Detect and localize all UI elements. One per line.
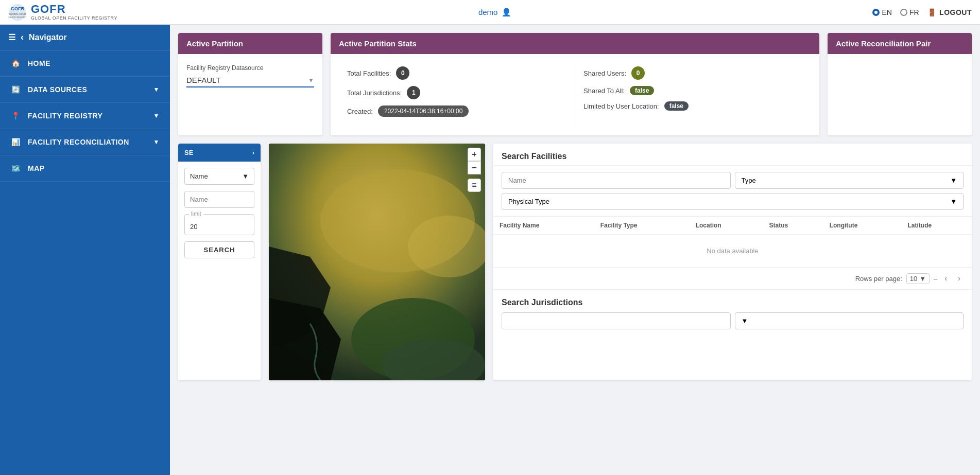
stats-col-left: Total Facilities: 0 Total Jurisdictions:… — [339, 62, 575, 127]
sidebar-data-sources-label: DATA SOURCES — [28, 85, 87, 94]
datasource-select-row: Facility Registry Datasource DEFAULT ▼ — [186, 64, 314, 87]
main-layout: ☰ ‹ Navigator 🏠 HOME 🔄 DATA SOURCES ▼ 📍 … — [0, 25, 980, 475]
search-name-input[interactable] — [184, 191, 254, 208]
map-icon: 🗺️ — [10, 163, 22, 174]
total-facilities-label: Total Facilities: — [347, 69, 391, 77]
facility-reconciliation-chevron: ▼ — [153, 138, 160, 146]
facility-type-placeholder: Type — [742, 177, 756, 184]
shared-to-all-row: Shared To All: false — [583, 86, 803, 95]
jurisdictions-title: Search Jurisdictions — [502, 298, 964, 307]
map-container: + − ≡ — [269, 144, 485, 380]
physical-type-placeholder: Physical Type — [508, 198, 549, 205]
active-reconciliation-body — [828, 54, 972, 71]
col-location: Location — [690, 217, 763, 235]
rows-per-page-select[interactable]: 10 ▼ — [906, 273, 930, 284]
jurisdiction-type-arrow: ▼ — [742, 317, 748, 325]
facility-name-input[interactable] — [502, 172, 731, 189]
back-icon[interactable]: ‹ — [21, 32, 24, 43]
logo-text: GOFR GLOBAL OPEN FACILITY REGISTRY — [31, 3, 117, 21]
search-panel-label: SE — [184, 149, 193, 156]
map-zoom-in-button[interactable]: + — [468, 148, 481, 161]
datasource-value: DEFAULT — [186, 76, 220, 84]
svg-text:FACILITY REGISTRY: FACILITY REGISTRY — [9, 16, 27, 18]
search-field-arrow: ▼ — [242, 172, 249, 180]
search-field-select[interactable]: Name ▼ — [184, 168, 254, 185]
filter-row-1: Type ▼ — [502, 172, 964, 189]
no-data-row: No data available — [493, 235, 972, 268]
total-facilities-row: Total Facilities: 0 — [347, 66, 566, 80]
prev-page-button[interactable]: ‹ — [941, 273, 950, 284]
active-partition-body: Facility Registry Datasource DEFAULT ▼ — [178, 54, 322, 96]
partition-stats-body: Total Facilities: 0 Total Jurisdictions:… — [331, 54, 819, 135]
partition-stats-header: Active Partition Stats — [331, 33, 819, 54]
col-facility-name: Facility Name — [493, 217, 594, 235]
sidebar-home-label: HOME — [28, 59, 50, 67]
hamburger-icon[interactable]: ☰ — [8, 32, 15, 42]
map-controls: + − ≡ — [468, 148, 481, 192]
sidebar-item-map[interactable]: 🗺️ MAP — [0, 155, 170, 182]
col-latitude: Latitude — [902, 217, 972, 235]
user-name: demo — [478, 8, 498, 16]
top-cards-row: Active Partition Facility Registry Datas… — [178, 33, 972, 135]
limit-input[interactable] — [190, 222, 249, 232]
top-header: GOFR GLOBAL OPEN FACILITY REGISTRY GOFR … — [0, 0, 980, 25]
data-sources-icon: 🔄 — [10, 84, 22, 95]
lang-fr-radio — [900, 9, 907, 16]
sidebar-map-label: MAP — [28, 164, 45, 172]
gofr-logo-icon: GOFR GLOBAL OPEN FACILITY REGISTRY — [8, 3, 27, 22]
stats-grid: Total Facilities: 0 Total Jurisdictions:… — [339, 62, 811, 127]
sidebar-item-facility-reconciliation[interactable]: 📊 FACILITY RECONCILIATION ▼ — [0, 129, 170, 155]
lang-fr-option[interactable]: FR — [900, 8, 919, 16]
facilities-title: Search Facilities — [502, 152, 566, 161]
facility-reconciliation-icon: 📊 — [10, 136, 22, 148]
content-area: Active Partition Facility Registry Datas… — [170, 25, 980, 475]
physical-type-select[interactable]: Physical Type ▼ — [502, 193, 964, 210]
svg-text:GLOBAL OPEN: GLOBAL OPEN — [9, 13, 26, 15]
shared-to-all-label: Shared To All: — [583, 87, 625, 95]
facility-type-select[interactable]: Type ▼ — [735, 172, 964, 189]
map-zoom-out-button[interactable]: − — [468, 161, 481, 174]
active-reconciliation-header: Active Reconciliation Pair — [828, 33, 972, 54]
page-info: – — [934, 275, 937, 283]
sidebar-item-home[interactable]: 🏠 HOME — [0, 50, 170, 77]
datasource-dropdown-arrow: ▼ — [308, 77, 314, 84]
limited-by-location-row: Limited by User Location: false — [583, 101, 803, 111]
lang-fr-label: FR — [909, 8, 919, 16]
facility-type-arrow: ▼ — [950, 177, 957, 184]
active-partition-title: Active Partition — [186, 39, 243, 48]
sidebar-item-facility-registry[interactable]: 📍 FACILITY REGISTRY ▼ — [0, 103, 170, 129]
datasource-select[interactable]: DEFAULT ▼ — [186, 74, 314, 87]
total-jurisdictions-badge: 1 — [407, 86, 420, 99]
navigator-label: Navigator — [29, 33, 67, 42]
lang-en-radio — [872, 9, 880, 16]
lang-en-label: EN — [882, 8, 891, 16]
search-panel-arrow[interactable]: › — [252, 149, 254, 156]
sidebar-facility-registry-label: FACILITY REGISTRY — [28, 112, 102, 120]
sidebar-item-data-sources[interactable]: 🔄 DATA SOURCES ▼ — [0, 77, 170, 103]
partition-stats-card: Active Partition Stats Total Facilities:… — [331, 33, 819, 135]
facilities-table: Facility Name Facility Type Location Sta… — [493, 217, 972, 267]
logout-button[interactable]: 🚪 LOGOUT — [927, 8, 972, 16]
logo-area: GOFR GLOBAL OPEN FACILITY REGISTRY GOFR … — [8, 3, 117, 22]
data-sources-chevron: ▼ — [153, 86, 160, 93]
created-value: 2022-04-14T06:38:16+00:00 — [378, 105, 469, 117]
user-icon: 👤 — [502, 8, 511, 17]
jurisdiction-type-select[interactable]: ▼ — [735, 312, 964, 329]
search-button[interactable]: SEARCH — [184, 241, 254, 258]
map-layers-button[interactable]: ≡ — [468, 179, 481, 192]
table-footer: Rows per page: 10 ▼ – ‹ › — [493, 267, 972, 289]
logo-gofr-text: GOFR — [31, 3, 117, 15]
rows-per-page-arrow: ▼ — [919, 275, 926, 283]
facilities-header: Search Facilities — [493, 144, 972, 166]
lang-en-option[interactable]: EN — [872, 8, 891, 16]
map-search-row: SE › Name ▼ limit SEARCH — [178, 144, 972, 380]
next-page-button[interactable]: › — [955, 273, 964, 284]
limited-by-location-value: false — [664, 101, 689, 111]
active-reconciliation-title: Active Reconciliation Pair — [836, 39, 931, 48]
col-facility-type: Facility Type — [594, 217, 690, 235]
jurisdiction-name-input[interactable] — [502, 312, 731, 329]
filter-row-2: Physical Type ▼ — [502, 193, 964, 210]
home-icon: 🏠 — [10, 58, 22, 69]
sidebar-facility-reconciliation-label: FACILITY RECONCILIATION — [28, 138, 129, 146]
partition-stats-title: Active Partition Stats — [339, 39, 417, 48]
